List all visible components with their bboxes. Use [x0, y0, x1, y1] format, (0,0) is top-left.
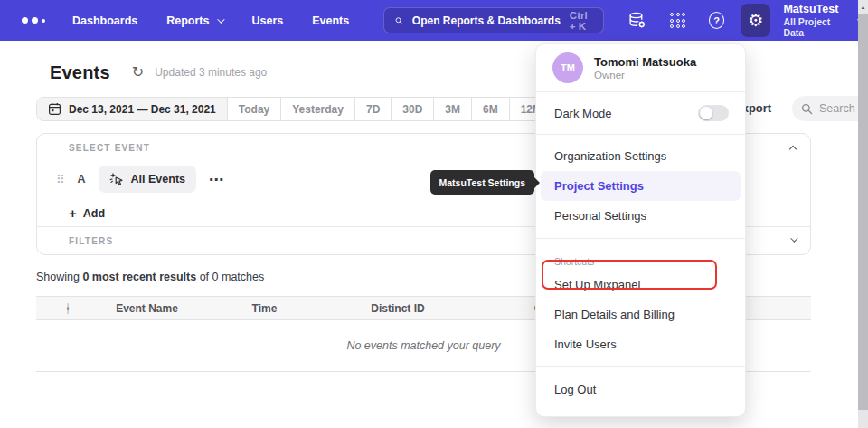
- dark-mode-toggle[interactable]: [698, 105, 729, 121]
- avatar: TM: [552, 52, 583, 83]
- tooltip-text: MatsuTest Settings: [439, 177, 525, 188]
- project-switcher[interactable]: MatsuTest All Project Data: [783, 3, 844, 38]
- preset-30d[interactable]: 30D: [391, 98, 433, 120]
- event-selector-chip[interactable]: All Events: [99, 166, 196, 193]
- dark-mode-label: Dark Mode: [554, 107, 612, 120]
- nav-item-dashboards[interactable]: Dashboards: [72, 14, 137, 27]
- column-header-event-name: Event Name: [99, 302, 194, 315]
- nav-item-events[interactable]: Events: [312, 14, 349, 27]
- menu-item-log-out[interactable]: Log Out: [536, 375, 745, 404]
- results-search-placeholder: Search: [819, 102, 855, 115]
- scrollbar-thumb[interactable]: [858, 14, 868, 410]
- user-info-row: TM Tomomi Matsuoka Owner: [536, 44, 745, 92]
- column-header-distinct-id: Distinct ID: [335, 302, 461, 315]
- apps-grid-icon[interactable]: [670, 13, 685, 28]
- event-options-ellipsis-icon[interactable]: ⋯: [209, 171, 224, 188]
- refresh-icon[interactable]: ↻: [132, 65, 144, 80]
- chevron-down-icon: [218, 15, 225, 23]
- nav-right-group: ? ⚙ MatsuTest All Project Data: [604, 3, 862, 38]
- menu-item-project-settings[interactable]: Project Settings: [541, 171, 741, 201]
- search-icon: [395, 14, 403, 27]
- settings-group: Organization Settings Project Settings P…: [536, 135, 745, 239]
- user-name: Tomomi Matsuoka: [594, 55, 696, 70]
- help-icon[interactable]: ?: [709, 12, 724, 29]
- menu-item-set-up-mixpanel[interactable]: Set Up Mixpanel: [536, 270, 745, 300]
- top-nav: Dashboards Reports Users Events Open Rep…: [0, 0, 868, 41]
- column-header-time: Time: [194, 302, 335, 315]
- project-name: MatsuTest: [783, 3, 844, 15]
- menu-item-plan-details-billing[interactable]: Plan Details and Billing: [536, 300, 745, 329]
- settings-gear-button[interactable]: ⚙: [741, 4, 770, 37]
- empty-results-message: No events matched your query: [346, 339, 500, 352]
- nav-item-reports[interactable]: Reports: [166, 14, 222, 27]
- menu-item-personal-settings[interactable]: Personal Settings: [536, 201, 745, 231]
- preset-6m[interactable]: 6M: [471, 98, 509, 120]
- vertical-scrollbar[interactable]: ▲: [858, 0, 868, 428]
- shortcuts-section-label: Shortcuts: [536, 245, 745, 270]
- page-title: Events: [50, 62, 110, 83]
- project-scope: All Project Data: [783, 16, 844, 38]
- results-search-input[interactable]: Search: [792, 96, 868, 121]
- settings-dropdown-menu: TM Tomomi Matsuoka Owner Dark Mode Organ…: [535, 43, 746, 417]
- row-height-toggle-icon[interactable]: ↓ ↑: [36, 303, 99, 313]
- toggle-knob: [700, 107, 712, 119]
- updated-timestamp: Updated 3 minutes ago: [155, 66, 267, 79]
- add-event-button[interactable]: + Add: [69, 206, 105, 220]
- global-search-bar[interactable]: Open Reports & Dashboards Ctrl + K: [383, 7, 604, 33]
- scrollbar-up-arrow-icon[interactable]: ▲: [858, 0, 868, 14]
- mixpanel-logo-icon[interactable]: [22, 17, 45, 24]
- plus-icon: +: [69, 206, 77, 220]
- data-management-icon[interactable]: [627, 11, 646, 30]
- global-search-placeholder: Open Reports & Dashboards: [412, 14, 561, 27]
- shortcuts-group: Shortcuts Set Up Mixpanel Plan Details a…: [536, 239, 745, 367]
- calendar-icon: [48, 102, 61, 116]
- search-icon: [801, 103, 813, 115]
- date-range-value: Dec 13, 2021 — Dec 31, 2021: [69, 103, 216, 116]
- date-range-picker[interactable]: Dec 13, 2021 — Dec 31, 2021: [37, 98, 227, 120]
- date-range-control: Dec 13, 2021 — Dec 31, 2021 Today Yester…: [36, 97, 553, 121]
- add-event-label: Add: [83, 207, 105, 220]
- event-row-letter: A: [78, 173, 86, 185]
- menu-item-invite-users[interactable]: Invite Users: [536, 329, 745, 359]
- preset-yesterday[interactable]: Yesterday: [280, 98, 354, 120]
- preset-7d[interactable]: 7D: [354, 98, 391, 120]
- preset-today[interactable]: Today: [227, 98, 280, 120]
- expand-filters-icon[interactable]: [790, 234, 797, 242]
- user-role: Owner: [594, 70, 696, 81]
- tooltip: MatsuTest Settings: [430, 170, 534, 195]
- event-chip-label: All Events: [131, 173, 185, 185]
- menu-item-organization-settings[interactable]: Organization Settings: [536, 141, 745, 171]
- logout-group: Log Out: [536, 367, 745, 416]
- drag-handle-icon[interactable]: ⠿: [56, 173, 65, 186]
- filters-label: FILTERS: [69, 236, 113, 246]
- preset-3m[interactable]: 3M: [433, 98, 471, 120]
- nav-item-users[interactable]: Users: [251, 14, 283, 27]
- all-events-icon: [109, 172, 124, 186]
- menu-item-dark-mode[interactable]: Dark Mode: [536, 92, 745, 135]
- search-shortcut: Ctrl + K: [570, 10, 592, 32]
